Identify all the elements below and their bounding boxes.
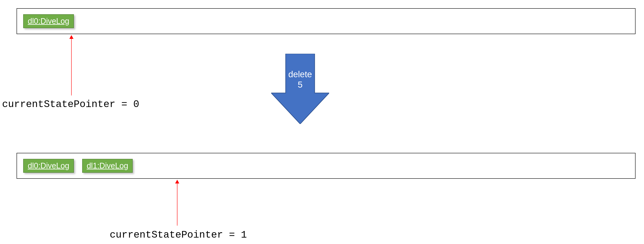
transition-label-line1: delete	[288, 69, 312, 79]
diagram-canvas: dl0:DiveLog currentStatePointer = 0 dele…	[0, 0, 644, 244]
divelog-box-1-after: dl1:DiveLog	[82, 159, 133, 173]
transition-label-line2: 5	[298, 80, 302, 90]
pointer-arrow-after	[177, 182, 178, 226]
transition-arrow: delete 5	[271, 54, 329, 124]
divelog-box-0-after: dl0:DiveLog	[23, 159, 74, 173]
state-container-after: dl0:DiveLog dl1:DiveLog	[16, 153, 636, 179]
pointer-label-before: currentStatePointer = 0	[2, 99, 139, 110]
divelog-box-0-before: dl0:DiveLog	[23, 14, 74, 28]
state-container-before: dl0:DiveLog	[16, 8, 636, 34]
pointer-label-after: currentStatePointer = 1	[110, 229, 247, 241]
transition-label: delete 5	[271, 69, 329, 90]
pointer-arrow-before	[71, 38, 72, 96]
